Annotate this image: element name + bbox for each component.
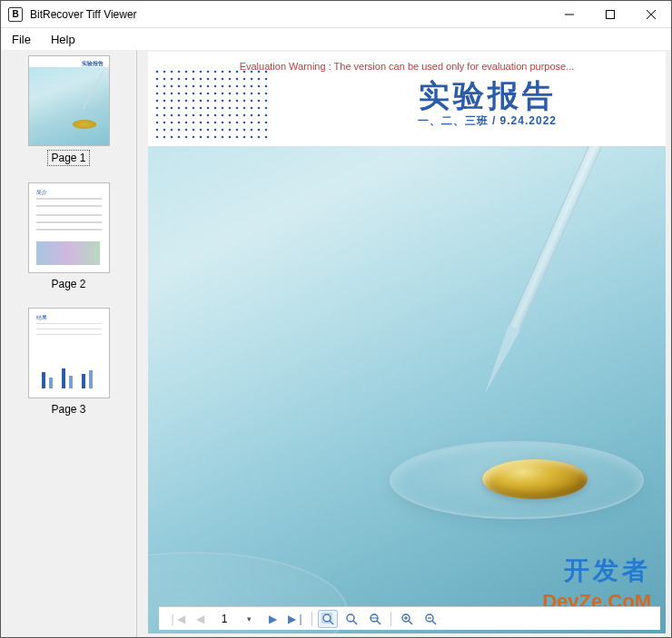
svg-point-118 [171, 122, 173, 124]
svg-point-141 [222, 129, 224, 132]
svg-line-170 [377, 621, 380, 624]
svg-point-5 [163, 71, 166, 74]
zoom-in-button[interactable] [397, 610, 417, 628]
svg-point-62 [229, 93, 232, 95]
last-page-button[interactable]: ▶❘ [286, 610, 306, 628]
svg-point-48 [243, 85, 246, 88]
svg-point-39 [178, 85, 181, 88]
svg-point-152 [185, 136, 188, 139]
svg-point-57 [193, 93, 195, 95]
close-button[interactable] [630, 1, 671, 28]
svg-point-114 [258, 114, 261, 117]
svg-point-106 [200, 114, 203, 117]
prev-page-button[interactable]: ◀ [190, 610, 210, 628]
page-content: Evaluation Warning : The version can be … [148, 52, 666, 633]
menu-file[interactable]: File [8, 31, 35, 48]
svg-point-122 [200, 122, 203, 124]
svg-point-58 [200, 93, 203, 95]
svg-point-158 [229, 136, 232, 139]
svg-point-120 [185, 122, 188, 124]
svg-point-84 [156, 107, 159, 110]
svg-point-133 [163, 129, 166, 132]
svg-point-44 [214, 85, 217, 88]
zoom-width-button[interactable] [365, 610, 385, 628]
watermark-text-1: 开发者 [564, 554, 651, 588]
svg-point-100 [156, 114, 159, 117]
document-title: 实验报告 [419, 75, 557, 117]
svg-point-51 [265, 85, 268, 88]
svg-point-60 [214, 93, 217, 95]
svg-point-105 [193, 114, 195, 117]
thumbnail-image-1[interactable]: 实验报告 [28, 55, 110, 146]
svg-point-104 [185, 114, 188, 117]
svg-point-127 [236, 122, 239, 124]
svg-point-71 [178, 100, 181, 103]
thumbnail-item[interactable]: 结果 Page 3 [5, 308, 133, 417]
svg-point-56 [185, 93, 188, 95]
svg-point-113 [251, 114, 253, 117]
svg-point-16 [243, 71, 246, 74]
svg-point-38 [171, 85, 173, 88]
svg-point-94 [229, 107, 232, 110]
svg-point-162 [258, 136, 261, 139]
maximize-button[interactable] [589, 1, 630, 28]
thumbnail-item[interactable]: 实验报告 Page 1 [5, 55, 133, 166]
zoom-actual-button[interactable] [341, 610, 361, 628]
svg-point-52 [156, 93, 159, 95]
svg-rect-1 [606, 10, 614, 18]
svg-point-74 [200, 100, 203, 103]
thumbnail-image-3[interactable]: 结果 [28, 308, 110, 398]
svg-point-41 [193, 85, 195, 88]
svg-point-121 [193, 122, 195, 124]
page-number-input[interactable] [213, 611, 235, 627]
svg-point-87 [178, 107, 181, 110]
svg-point-47 [236, 85, 239, 88]
svg-point-161 [251, 136, 253, 139]
svg-point-146 [258, 129, 261, 132]
svg-point-82 [258, 100, 261, 103]
zoom-fit-button[interactable] [318, 610, 338, 628]
svg-point-123 [207, 122, 210, 124]
thumbnail-image-2[interactable]: 简介 [28, 182, 110, 273]
svg-point-34 [258, 78, 261, 81]
svg-point-115 [265, 114, 268, 117]
thumbnail-sidebar[interactable]: 实验报告 Page 1 简介 Page 2 结果 [1, 50, 137, 637]
svg-point-72 [185, 100, 188, 103]
svg-point-109 [222, 114, 224, 117]
svg-point-24 [185, 78, 188, 81]
svg-point-28 [214, 78, 217, 81]
svg-point-68 [156, 100, 159, 103]
svg-point-13 [222, 71, 224, 74]
svg-point-111 [236, 114, 239, 117]
svg-point-8 [185, 71, 188, 74]
svg-point-73 [193, 100, 195, 103]
svg-point-153 [193, 136, 195, 139]
svg-point-20 [156, 78, 159, 81]
svg-point-4 [156, 71, 159, 74]
svg-point-45 [222, 85, 224, 88]
svg-line-173 [409, 621, 412, 624]
first-page-button[interactable]: ❘◀ [166, 610, 186, 628]
svg-point-46 [229, 85, 232, 88]
svg-point-144 [243, 129, 246, 132]
svg-point-78 [229, 100, 232, 103]
svg-point-83 [265, 100, 268, 103]
svg-point-69 [163, 100, 166, 103]
svg-point-150 [171, 136, 173, 139]
zoom-out-button[interactable] [420, 610, 440, 628]
svg-point-19 [265, 71, 268, 74]
svg-point-125 [222, 122, 224, 124]
svg-point-79 [236, 100, 239, 103]
page-dropdown-button[interactable]: ▾ [239, 610, 259, 628]
page-canvas[interactable]: Evaluation Warning : The version can be … [137, 50, 671, 637]
thumbnail-label: Page 1 [47, 150, 89, 166]
svg-point-67 [265, 93, 268, 95]
svg-point-129 [251, 122, 253, 124]
svg-point-17 [251, 71, 253, 74]
menu-help[interactable]: Help [47, 31, 79, 48]
thumbnail-item[interactable]: 简介 Page 2 [5, 182, 133, 291]
minimize-button[interactable] [548, 1, 589, 28]
svg-point-55 [178, 93, 181, 95]
next-page-button[interactable]: ▶ [262, 610, 282, 628]
svg-point-50 [258, 85, 261, 88]
